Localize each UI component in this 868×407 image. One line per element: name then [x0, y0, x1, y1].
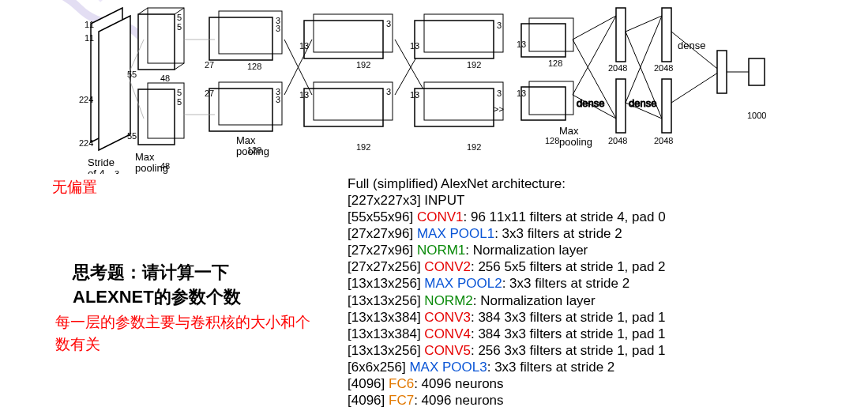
arch-desc: : 3x3 filters at stride 2: [494, 226, 622, 241]
svg-text:128: 128: [548, 58, 562, 68]
svg-text:5: 5: [177, 97, 182, 107]
svg-text:192: 192: [467, 142, 481, 152]
svg-rect-60: [415, 89, 494, 126]
svg-text:dense: dense: [577, 97, 604, 109]
arch-layer-name: CONV2: [424, 259, 471, 274]
svg-text:13: 13: [410, 41, 419, 51]
arch-desc: : 384 3x3 filters at stride 1, pad 1: [471, 310, 666, 325]
svg-text:Max: Max: [559, 125, 579, 137]
arch-row: [6x6x256] MAX POOL3: 3x3 filters at stri…: [348, 359, 666, 375]
svg-rect-18: [138, 89, 175, 145]
svg-text:dense: dense: [629, 97, 656, 109]
svg-text:13: 13: [517, 40, 526, 49]
question-block: 思考题：请计算一下 ALEXNET的参数个数: [73, 261, 241, 310]
svg-rect-66: [521, 24, 566, 57]
svg-text:dense: dense: [678, 40, 705, 51]
svg-rect-82: [616, 79, 626, 133]
arch-shape: [4096]: [348, 393, 389, 407]
svg-text:5: 5: [177, 88, 182, 97]
arch-desc: : 384 3x3 filters at stride 1, pad 1: [471, 326, 666, 341]
svg-line-96: [671, 71, 720, 103]
svg-text:3: 3: [497, 89, 502, 98]
svg-text:pooling: pooling: [236, 145, 269, 157]
svg-text:2048: 2048: [608, 63, 627, 73]
svg-text:55: 55: [127, 131, 137, 141]
arch-layer-name: MAX POOL1: [417, 226, 494, 241]
svg-text:>>: >>: [494, 104, 504, 114]
arch-layer-name: MAX POOL2: [424, 276, 502, 291]
question-line1: 思考题：请计算一下: [73, 261, 241, 285]
arch-desc: : 256 5x5 filters at stride 1, pad 2: [471, 259, 666, 274]
arch-row: [27x27x256] CONV2: 256 5x5 filters at st…: [348, 258, 666, 275]
arch-layer-name: FC7: [389, 393, 414, 407]
svg-text:13: 13: [299, 90, 309, 100]
svg-text:192: 192: [467, 60, 481, 70]
arch-layer-name: FC6: [389, 376, 414, 391]
arch-shape: [13x13x256]: [348, 343, 424, 358]
svg-text:48: 48: [160, 73, 170, 83]
arch-title: Full (simplified) AlexNet architecture:: [348, 175, 666, 192]
arch-shape: [13x13x384]: [348, 310, 424, 325]
arch-desc: : 4096 neurons: [414, 376, 503, 391]
arch-desc: : 256 3x3 filters at stride 1, pad 1: [471, 343, 666, 358]
svg-rect-90: [662, 8, 671, 62]
svg-text:128: 128: [545, 136, 559, 145]
svg-text:192: 192: [356, 142, 370, 152]
svg-rect-97: [717, 51, 727, 93]
note-no-bias: 无偏置: [52, 177, 97, 198]
svg-text:11: 11: [85, 20, 94, 29]
svg-text:5: 5: [177, 22, 182, 32]
svg-rect-46: [304, 89, 383, 126]
svg-text:224: 224: [79, 95, 93, 104]
arch-shape: [227x227x3]: [348, 193, 424, 208]
arch-layer-name: CONV1: [417, 209, 464, 224]
svg-text:pooling: pooling: [135, 162, 168, 174]
arch-shape: [4096]: [348, 376, 389, 391]
arch-shape: [27x27x256]: [348, 259, 424, 274]
svg-marker-2: [99, 16, 130, 150]
svg-text:224: 224: [79, 138, 93, 148]
arch-layer-name: MAX POOL3: [409, 360, 487, 375]
arch-desc: : 3x3 filters at stride 2: [502, 276, 630, 291]
arch-row: [13x13x256] CONV5: 256 3x3 filters at st…: [348, 342, 666, 359]
svg-rect-81: [616, 8, 626, 62]
svg-text:11: 11: [85, 33, 94, 43]
svg-text:13: 13: [517, 89, 526, 98]
arch-layer-name: CONV5: [424, 343, 471, 358]
svg-text:1000: 1000: [747, 111, 766, 120]
arch-layer-name: INPUT: [424, 193, 464, 208]
svg-text:27: 27: [205, 89, 214, 98]
svg-rect-99: [749, 58, 765, 85]
arch-shape: [13x13x256]: [348, 293, 424, 308]
svg-line-95: [671, 32, 720, 71]
arch-row: [27x27x96] MAX POOL1: 3x3 filters at str…: [348, 225, 666, 242]
arch-layer-name: CONV3: [424, 310, 471, 325]
arch-desc: : 4096 neurons: [414, 393, 503, 407]
arch-row: [4096] FC7: 4096 neurons: [348, 392, 666, 407]
arch-desc: : 96 11x11 filters at stride 4, pad 0: [463, 209, 665, 224]
svg-text:Stride: Stride: [88, 156, 115, 168]
svg-text:13: 13: [410, 90, 419, 100]
svg-rect-55: [415, 21, 494, 58]
architecture-list: Full (simplified) AlexNet architecture: …: [348, 175, 666, 407]
arch-shape: [27x27x96]: [348, 226, 417, 241]
alexnet-diagram: .ln{stroke:#000;stroke-width:1.5;fill:#f…: [0, 0, 868, 174]
arch-shape: [6x6x256]: [348, 360, 409, 375]
arch-desc: : Normalization layer: [465, 243, 588, 258]
arch-shape: [13x13x384]: [348, 326, 424, 341]
arch-shape: [13x13x256]: [348, 276, 424, 291]
arch-row: [4096] FC6: 4096 neurons: [348, 375, 666, 392]
arch-row: [13x13x384] CONV4: 384 3x3 filters at st…: [348, 326, 666, 342]
svg-rect-10: [138, 14, 175, 70]
arch-layer-name: NORM1: [417, 243, 465, 258]
svg-text:of 4: of 4: [88, 168, 105, 174]
svg-text:pooling: pooling: [559, 136, 592, 148]
arch-row: [13x13x256] NORM2: Normalization layer: [348, 292, 666, 309]
svg-text:2048: 2048: [654, 63, 673, 73]
explain-note: 每一层的参数主要与卷积核的大小和个数有关: [55, 311, 316, 355]
svg-text:3: 3: [276, 24, 280, 33]
svg-line-13: [175, 63, 184, 70]
arch-row: [13x13x384] CONV3: 384 3x3 filters at st…: [348, 309, 666, 326]
svg-text:27: 27: [205, 60, 214, 70]
svg-rect-41: [304, 21, 383, 58]
